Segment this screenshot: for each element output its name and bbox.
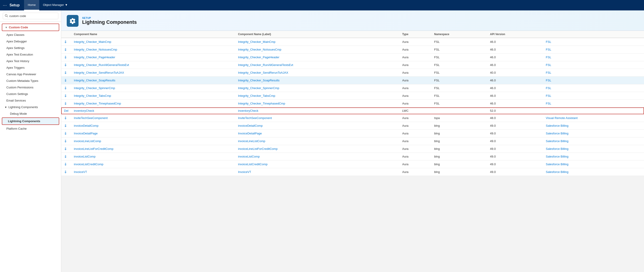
sidebar-item-apex-test-history[interactable]: Apex Test History: [0, 58, 61, 64]
download-icon[interactable]: ⇓: [64, 40, 67, 44]
app-launcher-icon[interactable]: ⋯: [3, 3, 7, 8]
namespace-link[interactable]: FSL: [546, 102, 551, 105]
namespace-link[interactable]: Salesforce Billing: [546, 132, 568, 135]
component-name-link[interactable]: InvoiceDetailPage: [74, 132, 98, 135]
col-name[interactable]: Component Name: [71, 31, 235, 38]
namespace-link[interactable]: FSL: [546, 94, 551, 97]
component-label-link[interactable]: InviteTechSeeComponent: [238, 116, 272, 120]
namespace-link[interactable]: FSL: [546, 79, 551, 82]
component-label-link[interactable]: Integrity_Checker_SpinnerCmp: [238, 86, 279, 90]
download-icon[interactable]: ⇓: [64, 55, 67, 59]
search-input[interactable]: [9, 14, 56, 18]
component-name-cell: Integrity_Checker_TimephasedCmp: [71, 100, 235, 107]
namespace-link[interactable]: Visual Remote Assistant: [546, 116, 578, 120]
component-name-link[interactable]: Integrity_Checker_PageHeader: [74, 55, 115, 59]
sidebar-item-custom-permissions[interactable]: Custom Permissions: [0, 84, 61, 91]
download-icon[interactable]: ⇓: [64, 124, 67, 128]
component-name-link[interactable]: Integrity_Checker_RunAllGeneralTestsEvt: [74, 63, 129, 67]
download-icon[interactable]: ⇓: [64, 102, 67, 105]
col-api-version[interactable]: API Version: [487, 31, 543, 38]
col-name-label[interactable]: Component Name (Label): [235, 31, 400, 38]
download-icon[interactable]: ⇓: [64, 147, 67, 151]
tab-object-manager[interactable]: Object Manager ▼: [39, 0, 71, 10]
component-label-link[interactable]: Integrity_Checker_SoapResults: [238, 79, 280, 82]
col-namespace[interactable]: Namespace: [432, 31, 487, 38]
namespace-link[interactable]: Salesforce Billing: [546, 124, 568, 127]
download-icon[interactable]: ⇓: [64, 71, 67, 75]
namespace-link[interactable]: Salesforce Billing: [546, 155, 568, 158]
download-icon[interactable]: ⇓: [64, 139, 67, 143]
search-box: [0, 10, 61, 22]
component-name-link[interactable]: Integrity_Checker_MainCmp: [74, 40, 112, 43]
component-label-link[interactable]: Integrity_Checker_MainCmp: [238, 40, 276, 43]
component-name-link[interactable]: invoiceListComp: [74, 155, 96, 158]
download-icon[interactable]: ⇓: [64, 155, 67, 158]
component-label-link[interactable]: invoiceListCreditComp: [238, 163, 268, 166]
tab-home[interactable]: Home: [24, 0, 39, 10]
component-label-link[interactable]: invoiceListComp: [238, 155, 260, 158]
delete-button[interactable]: Del: [64, 109, 68, 112]
component-label-link[interactable]: invoiceLineListComp: [238, 139, 265, 143]
col-type[interactable]: Type: [400, 31, 432, 38]
component-name-link[interactable]: Integrity_Checker_TimephasedCmp: [74, 102, 121, 105]
component-name-link[interactable]: Integrity_Checker_NoIssuesCmp: [74, 48, 117, 51]
download-icon[interactable]: ⇓: [64, 162, 67, 166]
component-name-link[interactable]: Integrity_Checker_TabsCmp: [74, 94, 111, 97]
download-icon[interactable]: ⇓: [64, 94, 67, 98]
search-input-wrap[interactable]: [3, 13, 58, 19]
component-name-link[interactable]: InvoiceVT: [74, 170, 87, 174]
namespace-link[interactable]: FSL: [546, 55, 551, 59]
sidebar-item-canvas-app-previewer[interactable]: Canvas App Previewer: [0, 71, 61, 77]
namespace-link[interactable]: Salesforce Billing: [546, 163, 568, 166]
namespace-link[interactable]: FSL: [546, 48, 551, 51]
sidebar-item-custom-metadata-types[interactable]: Custom Metadata Types: [0, 77, 61, 84]
sidebar-item-debug-mode[interactable]: Debug Mode: [0, 110, 61, 117]
component-name-link[interactable]: Integrity_Checker_SendRerunToAJAX: [74, 71, 124, 74]
namespace-link[interactable]: Salesforce Billing: [546, 139, 568, 143]
component-label-link[interactable]: Integrity_Checker_PageHeader: [238, 55, 279, 59]
component-name-link[interactable]: invoiceDetailComp: [74, 124, 98, 127]
namespace-link[interactable]: Salesforce Billing: [546, 170, 568, 174]
namespace-link[interactable]: Salesforce Billing: [546, 147, 568, 151]
component-name-link[interactable]: invoiceListCreditComp: [74, 163, 104, 166]
component-name-link[interactable]: inventoryCheck: [74, 109, 94, 112]
component-label-link[interactable]: inventoryCheck: [238, 109, 258, 112]
component-name-link[interactable]: Integrity_Checker_SpinnerCmp: [74, 86, 115, 90]
component-label-link[interactable]: Integrity_Checker_NoIssuesCmp: [238, 48, 282, 51]
download-icon[interactable]: ⇓: [64, 86, 67, 90]
sidebar-item-custom-settings[interactable]: Custom Settings: [0, 91, 61, 97]
download-icon[interactable]: ⇓: [64, 170, 67, 174]
component-label-link[interactable]: Integrity_Checker_SendRerunToAJAX: [238, 71, 288, 74]
namespace-link[interactable]: FSL: [546, 71, 551, 74]
sidebar-item-apex-debugger[interactable]: Apex Debugger: [0, 38, 61, 45]
component-label-link[interactable]: Integrity_Checker_RunAllGeneralTestsEvt: [238, 63, 293, 67]
download-icon[interactable]: ⇓: [64, 131, 67, 135]
component-label-link[interactable]: invoiceDetailComp: [238, 124, 262, 127]
download-icon[interactable]: ⇓: [64, 48, 67, 51]
sidebar-item-apex-test-execution[interactable]: Apex Test Execution: [0, 51, 61, 58]
component-label-link[interactable]: Integrity_Checker_TimephasedCmp: [238, 102, 285, 105]
download-icon[interactable]: ⇓: [64, 78, 67, 82]
sidebar-item-lightning-components-active[interactable]: Lightning Components: [2, 117, 59, 125]
component-label-link[interactable]: Integrity_Checker_TabsCmp: [238, 94, 275, 97]
namespace-link[interactable]: FSL: [546, 40, 551, 43]
sidebar-item-platform-cache[interactable]: Platform Cache: [0, 125, 61, 132]
component-label-link[interactable]: InvoiceDetailPage: [238, 132, 262, 135]
sidebar-item-custom-code[interactable]: ▼ Custom Code: [2, 23, 59, 31]
component-name-link[interactable]: invoiceLineListForCreditComp: [74, 147, 114, 151]
sidebar-item-apex-settings[interactable]: Apex Settings: [0, 45, 61, 51]
component-label-cell: Integrity_Checker_RunAllGeneralTestsEvt: [235, 61, 400, 69]
component-name-link[interactable]: invoiceLineListComp: [74, 139, 101, 143]
sidebar-item-apex-classes[interactable]: Apex Classes: [0, 31, 61, 38]
sidebar-item-lightning-components-parent[interactable]: ▼ Lightning Components: [0, 104, 61, 110]
component-label-link[interactable]: InvoiceVT: [238, 170, 251, 174]
component-label-link[interactable]: invoiceLineListForCreditComp: [238, 147, 278, 151]
sidebar-item-email-services[interactable]: Email Services: [0, 97, 61, 104]
download-icon[interactable]: ⇓: [64, 63, 67, 67]
sidebar-item-apex-triggers[interactable]: Apex Triggers: [0, 64, 61, 71]
namespace-link[interactable]: FSL: [546, 63, 551, 67]
download-icon[interactable]: ⇓: [64, 116, 67, 120]
namespace-link[interactable]: FSL: [546, 86, 551, 90]
component-name-link[interactable]: InviteTechSeeComponent: [74, 116, 108, 120]
component-name-link[interactable]: Integrity_Checker_SoapResults: [74, 79, 116, 82]
